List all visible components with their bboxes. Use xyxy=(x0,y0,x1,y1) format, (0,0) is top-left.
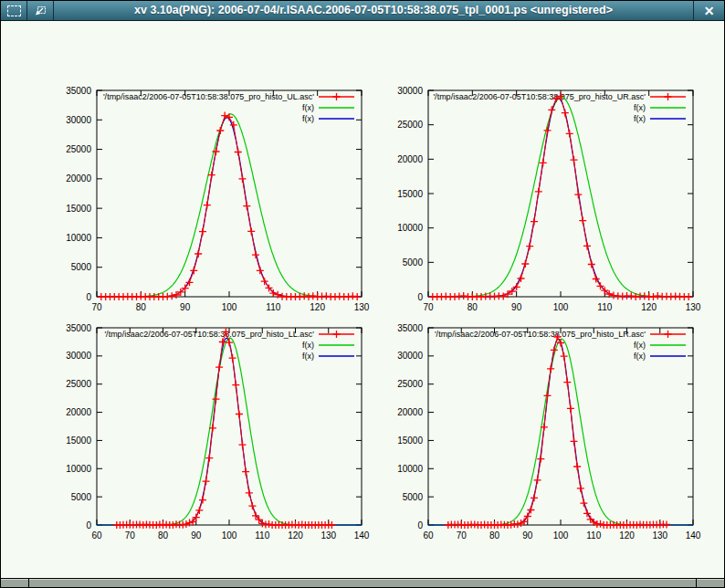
svg-text:5000: 5000 xyxy=(403,492,424,502)
svg-text:80: 80 xyxy=(468,302,478,312)
svg-text:140: 140 xyxy=(686,530,701,541)
svg-text:120: 120 xyxy=(310,302,325,312)
close-button[interactable]: ✕ xyxy=(693,1,724,20)
svg-text:100: 100 xyxy=(553,302,569,312)
svg-text:f(x): f(x) xyxy=(634,103,646,112)
svg-text:f(x): f(x) xyxy=(302,103,314,112)
svg-text:130: 130 xyxy=(320,530,336,541)
svg-text:120: 120 xyxy=(619,530,635,541)
svg-text:110: 110 xyxy=(586,530,601,541)
svg-text:0: 0 xyxy=(86,292,91,302)
svg-text:15000: 15000 xyxy=(66,436,91,446)
svg-text:70: 70 xyxy=(457,530,468,541)
svg-text:110: 110 xyxy=(255,530,269,541)
select-region-button[interactable] xyxy=(1,1,27,20)
svg-text:90: 90 xyxy=(522,530,533,541)
svg-text:15000: 15000 xyxy=(397,189,423,199)
svg-text:35000: 35000 xyxy=(397,323,423,333)
svg-text:120: 120 xyxy=(641,302,657,312)
svg-text:25000: 25000 xyxy=(66,379,91,389)
plot-upper-left: 7080901001101201300500010000150002000025… xyxy=(47,78,371,326)
window-title: xv 3.10a(PNG): 2006-07-04/r.ISAAC.2006-0… xyxy=(54,1,693,20)
svg-text:25000: 25000 xyxy=(66,144,91,154)
plot-lower-left: 6070809010011012013014005000100001500020… xyxy=(47,315,371,554)
svg-text:0: 0 xyxy=(417,520,423,530)
iconify-button[interactable] xyxy=(27,1,54,20)
svg-text:110: 110 xyxy=(266,302,280,312)
svg-text:5000: 5000 xyxy=(71,262,92,272)
svg-text:5000: 5000 xyxy=(403,257,424,268)
select-region-icon xyxy=(7,5,21,16)
svg-text:60: 60 xyxy=(91,530,102,541)
image-canvas: 7080901001101201300500010000150002000025… xyxy=(1,21,724,578)
svg-text:10000: 10000 xyxy=(66,464,91,474)
svg-text:f(x): f(x) xyxy=(634,114,646,123)
svg-text:100: 100 xyxy=(222,302,237,312)
xv-window: xv 3.10a(PNG): 2006-07-04/r.ISAAC.2006-0… xyxy=(0,0,725,588)
svg-text:0: 0 xyxy=(417,292,423,302)
svg-text:120: 120 xyxy=(288,530,303,541)
svg-text:10000: 10000 xyxy=(397,464,423,474)
svg-text:'/tmp/isaac2/2006-07-05T10:58:: '/tmp/isaac2/2006-07-05T10:58:38.075_pro… xyxy=(103,92,314,101)
svg-text:35000: 35000 xyxy=(66,323,91,333)
svg-text:80: 80 xyxy=(158,530,169,541)
svg-text:f(x): f(x) xyxy=(302,341,314,350)
svg-text:0: 0 xyxy=(86,520,91,530)
close-icon: ✕ xyxy=(704,4,715,18)
svg-text:100: 100 xyxy=(553,530,569,541)
svg-text:80: 80 xyxy=(489,530,500,541)
svg-text:15000: 15000 xyxy=(397,436,423,446)
svg-text:30000: 30000 xyxy=(66,351,91,361)
svg-text:110: 110 xyxy=(597,302,612,312)
svg-text:5000: 5000 xyxy=(71,492,92,502)
svg-text:'/tmp/isaac2/2006-07-05T10:58:: '/tmp/isaac2/2006-07-05T10:58:38.075_pro… xyxy=(435,330,646,339)
svg-text:90: 90 xyxy=(191,530,202,541)
svg-text:'/tmp/isaac2/2006-07-05T10:58:: '/tmp/isaac2/2006-07-05T10:58:38.075_pro… xyxy=(104,330,314,339)
plot-lower-right: 6070809010011012013014005000100001500020… xyxy=(378,315,702,554)
resize-grip-left[interactable] xyxy=(1,579,28,587)
svg-text:30000: 30000 xyxy=(397,351,423,361)
svg-text:f(x): f(x) xyxy=(634,352,646,361)
titlebar[interactable]: xv 3.10a(PNG): 2006-07-04/r.ISAAC.2006-0… xyxy=(1,1,724,21)
svg-text:20000: 20000 xyxy=(66,407,91,417)
svg-text:35000: 35000 xyxy=(66,86,91,96)
svg-text:140: 140 xyxy=(354,530,370,541)
svg-text:10000: 10000 xyxy=(397,223,423,233)
svg-text:130: 130 xyxy=(354,302,370,312)
svg-text:20000: 20000 xyxy=(66,173,91,184)
svg-text:70: 70 xyxy=(91,302,102,312)
plot-upper-right: 7080901001101201300500010000150002000025… xyxy=(378,78,702,326)
svg-text:60: 60 xyxy=(423,530,434,541)
svg-text:25000: 25000 xyxy=(397,120,423,130)
svg-text:130: 130 xyxy=(686,302,701,312)
svg-text:f(x): f(x) xyxy=(634,341,646,350)
svg-text:10000: 10000 xyxy=(66,233,91,243)
svg-text:f(x): f(x) xyxy=(302,114,314,123)
svg-text:'/tmp/isaac2/2006-07-05T10:58:: '/tmp/isaac2/2006-07-05T10:58:38.075_pro… xyxy=(433,92,646,101)
svg-text:20000: 20000 xyxy=(397,407,423,417)
svg-text:90: 90 xyxy=(511,302,522,312)
svg-text:80: 80 xyxy=(136,302,147,312)
resize-grip-right[interactable] xyxy=(697,579,724,587)
svg-text:30000: 30000 xyxy=(66,115,91,125)
svg-text:130: 130 xyxy=(652,530,667,541)
svg-text:30000: 30000 xyxy=(397,86,423,96)
svg-text:25000: 25000 xyxy=(397,379,423,389)
svg-text:100: 100 xyxy=(222,530,237,541)
svg-text:f(x): f(x) xyxy=(302,352,314,361)
svg-text:90: 90 xyxy=(180,302,191,312)
svg-text:70: 70 xyxy=(423,302,434,312)
svg-text:15000: 15000 xyxy=(66,204,91,214)
iconify-window-icon xyxy=(34,5,47,16)
svg-text:70: 70 xyxy=(125,530,136,541)
svg-text:20000: 20000 xyxy=(397,154,423,164)
resize-bar[interactable] xyxy=(1,578,724,587)
resize-separator-left xyxy=(28,579,29,587)
